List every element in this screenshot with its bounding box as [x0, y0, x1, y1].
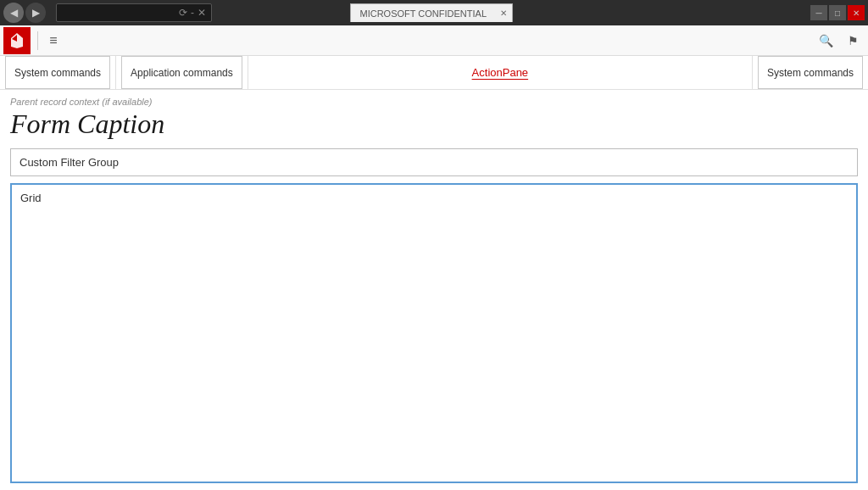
menu-button[interactable]: ≡ — [42, 29, 65, 53]
address-bar[interactable]: ⟳ - ✕ — [56, 3, 212, 22]
title-bar-left: ◀ ▶ ⟳ - ✕ — [3, 3, 219, 23]
action-pane-title: ActionPane — [248, 56, 752, 89]
form-caption: Form Caption — [10, 109, 858, 140]
right-action-group: System commands — [752, 56, 868, 89]
logo-icon — [8, 31, 26, 50]
title-bar: ◀ ▶ ⟳ - ✕ MICROSOFT CONFIDENTIAL ✕ ─ □ ✕ — [0, 0, 868, 25]
app-logo — [3, 27, 31, 54]
tab-close-button[interactable]: ✕ — [500, 8, 507, 18]
main-content: Parent record context (if available) For… — [0, 90, 868, 490]
flag-icon: ⚑ — [848, 34, 859, 47]
left-action-group: System commands — [0, 56, 116, 89]
close-button[interactable]: ✕ — [848, 5, 865, 20]
parent-record-label: Parent record context (if available) — [10, 97, 858, 107]
stop-icon[interactable]: ✕ — [198, 7, 206, 19]
back-button[interactable]: ◀ — [3, 3, 24, 23]
dash-icon: - — [191, 7, 194, 19]
system-commands-left-button[interactable]: System commands — [5, 56, 110, 89]
nav-buttons: ◀ ▶ — [3, 3, 46, 23]
grid-area: Grid — [10, 183, 858, 483]
app-action-group: Application commands — [116, 56, 248, 89]
system-commands-right-button[interactable]: System commands — [758, 56, 863, 89]
action-pane: System commands Application commands Act… — [0, 56, 868, 90]
toolbar-separator — [37, 31, 38, 50]
minimize-button[interactable]: ─ — [810, 5, 827, 20]
filter-group: Custom Filter Group — [10, 148, 858, 176]
application-commands-button[interactable]: Application commands — [121, 56, 242, 89]
refresh-icon[interactable]: ⟳ — [179, 7, 187, 19]
address-bar-icons: ⟳ - ✕ — [179, 7, 206, 19]
toolbar: ≡ 🔍 ⚑ — [0, 25, 868, 56]
search-icon: 🔍 — [819, 34, 833, 47]
browser-tab[interactable]: MICROSOFT CONFIDENTIAL ✕ — [350, 3, 513, 22]
toolbar-right: 🔍 ⚑ — [814, 29, 865, 53]
tab-title: MICROSOFT CONFIDENTIAL — [359, 8, 487, 19]
search-button[interactable]: 🔍 — [814, 29, 837, 53]
address-input[interactable] — [62, 8, 179, 18]
forward-button[interactable]: ▶ — [25, 3, 46, 23]
window-controls: ─ □ ✕ — [810, 5, 865, 20]
maximize-button[interactable]: □ — [829, 5, 846, 20]
flag-button[interactable]: ⚑ — [841, 29, 865, 53]
